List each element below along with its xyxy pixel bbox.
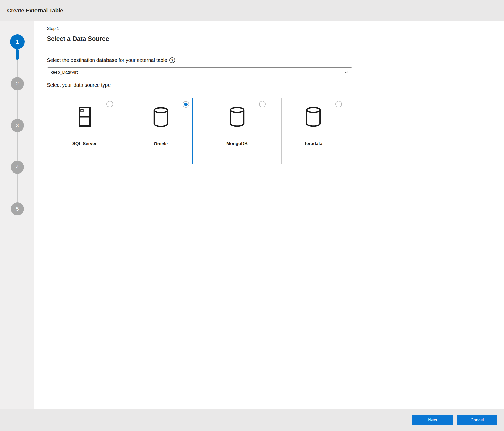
- card-divider: [284, 132, 343, 132]
- wizard-footer: Next Cancel: [0, 409, 504, 431]
- page-title: Select a Data Source: [47, 35, 109, 42]
- card-divider: [131, 132, 190, 132]
- wizard-page-select-data-source: Step 1 Select a Data Source Select the d…: [34, 21, 504, 409]
- step-2-indicator[interactable]: 2: [11, 77, 24, 90]
- data-source-card-oracle[interactable]: Oracle: [129, 98, 193, 164]
- data-source-card-teradata[interactable]: Teradata: [281, 98, 345, 164]
- card-label: Teradata: [282, 141, 345, 146]
- destination-database-label: Select the destination database for your…: [47, 57, 167, 63]
- card-label: SQL Server: [53, 141, 116, 146]
- window-title: Create External Table: [7, 7, 63, 14]
- titlebar: Create External Table: [0, 0, 504, 21]
- next-button[interactable]: Next: [412, 415, 453, 425]
- help-icon[interactable]: ?: [169, 57, 175, 63]
- cancel-button[interactable]: Cancel: [457, 415, 497, 425]
- data-source-card-sql-server[interactable]: SQL Server: [53, 98, 116, 164]
- database-icon: [282, 103, 345, 131]
- data-source-cards: SQL Server Oracle: [53, 98, 345, 164]
- destination-database-value: keep_DataVirt: [51, 70, 78, 75]
- card-label: Oracle: [129, 141, 192, 147]
- chevron-down-icon: [344, 70, 349, 75]
- wizard-stepper: 1 2 3 4 5: [0, 21, 34, 409]
- card-label: MongoDB: [205, 141, 269, 146]
- card-divider: [55, 132, 114, 132]
- data-source-card-mongodb[interactable]: MongoDB: [205, 98, 269, 164]
- step-label: Step 1: [47, 26, 59, 31]
- card-divider: [207, 132, 267, 132]
- step-5-indicator[interactable]: 5: [11, 202, 24, 216]
- database-icon: [129, 103, 192, 131]
- step-4-indicator[interactable]: 4: [11, 161, 24, 174]
- step-3-indicator[interactable]: 3: [11, 119, 24, 132]
- destination-database-label-row: Select the destination database for your…: [47, 57, 175, 63]
- source-type-label: Select your data source type: [47, 82, 111, 88]
- step-1-indicator[interactable]: 1: [10, 35, 24, 49]
- stepper-progress-bar: [16, 49, 19, 60]
- database-icon: [205, 103, 269, 131]
- sql-server-icon: [53, 103, 116, 131]
- destination-database-dropdown[interactable]: keep_DataVirt: [47, 67, 352, 77]
